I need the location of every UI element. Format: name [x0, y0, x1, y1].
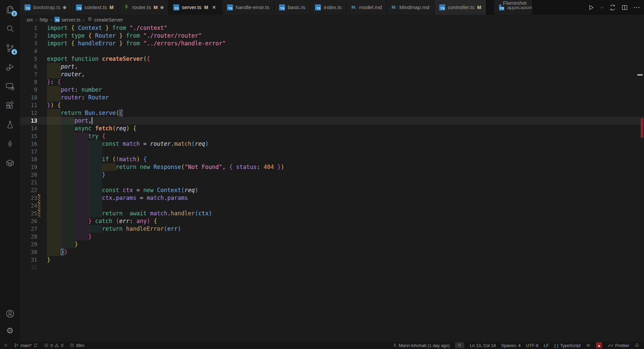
line-number: 22 [20, 186, 37, 194]
line-number: 28 [20, 233, 37, 241]
activity-search-button[interactable] [0, 19, 20, 38]
breadcrumb-separator: › [50, 17, 52, 23]
breadcrumb-src[interactable]: src [27, 17, 33, 23]
prettier-label: Prettier [615, 343, 629, 348]
gutter-spacer [38, 132, 40, 140]
code-line-12[interactable]: 12 return Bun.serve({ [20, 109, 644, 117]
zoom-indicator[interactable] [455, 342, 464, 348]
code-line-15[interactable]: 15 try { [20, 132, 644, 140]
code-line-25[interactable]: 25 return await match.handler(ctx) [20, 210, 644, 217]
breadcrumb-separator: › [36, 17, 37, 23]
activity-containers-button[interactable] [0, 153, 20, 172]
code-line-24[interactable]: 24 [20, 202, 644, 210]
code-line-17[interactable]: 17 [20, 148, 644, 156]
tab-controller.ts[interactable]: TScontroller.tsM [434, 0, 486, 15]
activity-remote-explorer-button[interactable] [0, 77, 20, 96]
breadcrumb-server.ts[interactable]: TSserver.ts [54, 17, 81, 23]
code-line-6[interactable]: 6 port, [20, 63, 644, 71]
activity-testing-button[interactable] [0, 115, 20, 134]
breadcrumb-http[interactable]: http [40, 17, 48, 23]
code-line-5[interactable]: 5export function createServer({ [20, 55, 644, 63]
eol-setting[interactable]: LF [544, 343, 549, 348]
code-line-22[interactable]: 22 const ctx = new Context(req) [20, 186, 644, 194]
remote-indicator[interactable] [3, 343, 8, 348]
tab-Mindmap.md[interactable]: M↓Mindmap.md [387, 0, 434, 15]
tab-context.ts[interactable]: TScontext.tsM [71, 0, 119, 15]
code-line-21[interactable]: 21 [20, 179, 644, 186]
indentation-setting[interactable]: Spaces: 4 [501, 343, 521, 348]
tab-index.ts[interactable]: TSindex.ts [310, 0, 347, 15]
code-line-28[interactable]: 28 } [20, 233, 644, 241]
copilot-item[interactable] [586, 343, 591, 348]
tab-bootstrap.ts[interactable]: TSbootstrap.ts [20, 0, 71, 15]
git-branch-item[interactable]: main* [14, 343, 38, 348]
code-line-7[interactable]: 7 router, [20, 71, 644, 78]
close-tab-icon[interactable]: ✕ [211, 4, 217, 11]
activity-settings-button[interactable]: ⚙ [0, 322, 20, 339]
code-line-16[interactable]: 16 const match = router.match(req) [20, 140, 644, 148]
breadcrumb-createServer[interactable]: createServer [87, 16, 123, 23]
cursor-position[interactable]: Ln 13, Col 14 [470, 343, 496, 348]
code-editor[interactable]: 1import { Context } from "./context"2imp… [20, 24, 644, 342]
code-line-27[interactable]: 27 return handleError(err) [20, 225, 644, 233]
activity-account-button[interactable] [0, 305, 20, 322]
git-sync-button[interactable] [609, 4, 616, 11]
tab-router.ts[interactable]: router.tsM [119, 0, 168, 15]
gutter-spacer [38, 71, 40, 78]
activity-extensions-button[interactable] [0, 96, 20, 115]
code-content: return Bun.serve({ [40, 109, 644, 117]
problems-item[interactable]: 0 0 [44, 343, 63, 348]
activity-explorer-button[interactable]: 2 [0, 0, 20, 19]
git-blame-item[interactable]: Mann-lohchab (1 day ago) [393, 343, 450, 348]
activity-source-control-button[interactable]: 4 [0, 38, 20, 57]
activity-run-and-debug-button[interactable] [0, 57, 20, 77]
code-line-32[interactable]: 32 [20, 264, 644, 271]
split-editor-button[interactable] [621, 4, 628, 11]
play-icon [588, 4, 595, 11]
code-line-3[interactable]: 3import { handleError } from "../errors/… [20, 40, 644, 47]
gutter-spacer [38, 256, 40, 264]
breadcrumb-label: server.ts [61, 17, 81, 23]
indent-rainbow-block [47, 179, 61, 186]
language-mode[interactable]: { } TypeScript [554, 343, 581, 348]
more-actions-button[interactable]: ⋯ [633, 3, 641, 11]
code-line-2[interactable]: 2import type { Router } from "./router/r… [20, 32, 644, 40]
code-line-14[interactable]: 14 async fetch(req) { [20, 125, 644, 132]
code-content: port, [40, 117, 644, 125]
run-dropdown-chevron[interactable] [600, 5, 604, 10]
run-button[interactable] [588, 4, 595, 11]
tab-model.md[interactable]: M↓model.md [347, 0, 387, 15]
tab-basic.ts[interactable]: TSbasic.ts [274, 0, 311, 15]
code-content [40, 179, 644, 186]
time-tracker-item[interactable]: 39m [70, 343, 84, 348]
tab-server.ts[interactable]: TSserver.tsM✕ [169, 0, 222, 15]
line-number: 12 [20, 109, 37, 117]
code-line-8[interactable]: 8}: { [20, 78, 644, 86]
tab-handle-error.ts[interactable]: TShandle-error.ts [222, 0, 274, 15]
red-extension-badge[interactable]: ▲ [596, 342, 602, 348]
code-line-29[interactable]: 29 } [20, 241, 644, 248]
code-line-4[interactable]: 4 [20, 47, 644, 55]
code-line-23[interactable]: 23 ctx.params = match.params [20, 194, 644, 202]
code-line-20[interactable]: 20 } [20, 171, 644, 179]
code-line-26[interactable]: 26 } catch (err: any) { [20, 217, 644, 225]
code-line-10[interactable]: 10 router: Router [20, 94, 644, 101]
gutter-spacer [38, 225, 40, 233]
notifications-item[interactable] [635, 343, 639, 348]
code-line-19[interactable]: 19 return new Response("Not Found", { st… [20, 163, 644, 171]
code-line-30[interactable]: 30 }) [20, 248, 644, 256]
encoding-setting[interactable]: UTF-8 [526, 343, 539, 348]
dirty-indicator [63, 6, 66, 9]
tab-bar: TSbootstrap.tsTScontext.tsMrouter.tsMTSs… [20, 0, 644, 15]
typescript-file-icon: TS [279, 4, 285, 10]
prettier-item[interactable]: ✓✓ Prettier [607, 343, 629, 348]
code-line-1[interactable]: 1import { Context } from "./context" [20, 24, 644, 32]
activity-mongodb-button[interactable] [0, 134, 20, 153]
code-line-18[interactable]: 18 if (!match) { [20, 156, 644, 163]
code-line-9[interactable]: 9 port: number [20, 86, 644, 94]
code-line-11[interactable]: 11}) { [20, 101, 644, 109]
line-number: 16 [20, 140, 37, 148]
code-line-31[interactable]: 31} [20, 256, 644, 264]
code-line-13[interactable]: 13 port, [20, 117, 644, 125]
typescript-file-icon: TS [76, 4, 82, 10]
